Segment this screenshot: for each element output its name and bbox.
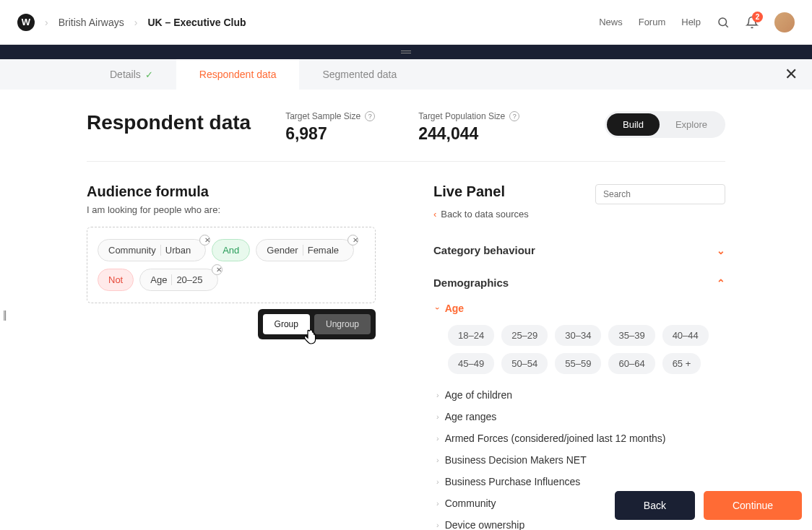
age-chip-60-64[interactable]: 60–64 — [608, 353, 655, 374]
formula-pill-age-range[interactable]: Age 20–25 ✕ — [139, 269, 217, 291]
breadcrumb-current[interactable]: UK – Executive Club — [147, 17, 246, 28]
divider — [87, 161, 725, 162]
category-behaviour[interactable]: Category behaviour ⌄ — [433, 234, 725, 266]
pill-value: Urban — [161, 245, 195, 256]
tab-label: Details — [110, 69, 141, 80]
notification-badge: 2 — [752, 12, 763, 22]
search-icon[interactable] — [717, 16, 730, 29]
view-toggle: Build Explore — [605, 111, 725, 138]
formula-box[interactable]: Community Urban ✕ And Gender Female ✕ No… — [87, 227, 376, 303]
remove-icon[interactable]: ✕ — [212, 264, 223, 275]
back-link-label: Back to data sources — [441, 209, 528, 220]
live-panel-column: Live Panel ‹ Back to data sources Catego… — [433, 183, 725, 530]
header-left: W › British Airways › UK – Executive Clu… — [17, 14, 246, 31]
sub-business-purchase-influences[interactable]: ›Business Purchase Influences — [433, 471, 725, 492]
back-to-data-sources[interactable]: ‹ Back to data sources — [433, 209, 725, 220]
stat-label-text: Target Sample Size — [285, 111, 360, 121]
columns: Audience formula I am looking for people… — [87, 183, 725, 530]
stat-population-size: Target Population Size ? 244,044 — [418, 111, 519, 144]
nav-news[interactable]: News — [599, 17, 623, 27]
sub-armed-forces[interactable]: ›Armed Forces (considered/joined last 12… — [433, 427, 725, 449]
tab-respondent-data[interactable]: Respondent data — [176, 59, 300, 90]
sub-item-label: Business Decision Makers NET — [445, 454, 587, 466]
stat-label: Target Population Size ? — [418, 111, 519, 121]
category-demographics[interactable]: Demographics ⌃ — [433, 266, 725, 299]
continue-button[interactable]: Continue — [704, 491, 802, 520]
sub-item-label: Business Purchase Influences — [445, 476, 581, 487]
toggle-build[interactable]: Build — [607, 113, 660, 136]
stat-value: 244,044 — [418, 124, 519, 144]
remove-icon[interactable]: ✕ — [347, 235, 358, 246]
svg-point-0 — [719, 18, 727, 26]
sub-age-of-children[interactable]: ›Age of children — [433, 384, 725, 406]
page-title: Respondent data — [87, 111, 251, 134]
live-panel-title: Live Panel — [433, 183, 505, 200]
nav-forum[interactable]: Forum — [639, 17, 666, 27]
help-icon[interactable]: ? — [509, 111, 519, 121]
app-logo-icon[interactable]: W — [17, 14, 35, 31]
side-drawer-handle[interactable]: || — [3, 309, 5, 321]
tab-label: Respondent data — [199, 69, 277, 80]
chevron-right-icon: › — [45, 17, 48, 28]
bell-icon[interactable]: 2 — [746, 16, 759, 29]
formula-pill-community-urban[interactable]: Community Urban ✕ — [98, 239, 206, 261]
avatar[interactable] — [774, 12, 795, 32]
sub-business-decision-makers[interactable]: ›Business Decision Makers NET — [433, 449, 725, 471]
pill-key: Gender — [267, 245, 303, 256]
chevron-right-icon: › — [436, 434, 439, 443]
formula-operator-and[interactable]: And — [212, 239, 250, 261]
footer-actions: Back Continue — [615, 491, 802, 520]
tab-label: Segmented data — [322, 69, 397, 80]
pill-key: Age — [150, 274, 172, 285]
category-label: Category behaviour — [433, 244, 535, 256]
sub-item-label: Community — [445, 498, 496, 509]
age-chip-65plus[interactable]: 65 + — [662, 353, 701, 374]
breadcrumb-item[interactable]: British Airways — [59, 17, 124, 28]
tab-details[interactable]: Details ✓ — [87, 59, 176, 90]
formula-operator-not[interactable]: Not — [98, 269, 134, 291]
age-chip-40-44[interactable]: 40–44 — [662, 325, 709, 346]
tab-segmented-data[interactable]: Segmented data — [299, 59, 420, 90]
remove-icon[interactable]: ✕ — [199, 235, 210, 246]
chevron-right-icon: › — [436, 521, 439, 529]
search-input[interactable] — [595, 184, 725, 204]
chevron-right-icon: › — [436, 391, 439, 399]
top-header: W › British Airways › UK – Executive Clu… — [0, 0, 812, 45]
chevron-up-icon: ⌃ — [717, 277, 725, 289]
chevron-right-icon: › — [436, 499, 439, 508]
cursor-icon — [303, 329, 316, 348]
age-chip-45-49[interactable]: 45–49 — [448, 353, 494, 374]
audience-formula-subtitle: I am looking for people who are: — [87, 204, 376, 215]
ungroup-button[interactable]: Ungroup — [314, 314, 371, 334]
pill-value: Female — [303, 245, 343, 256]
formula-pill-gender-female[interactable]: Gender Female ✕ — [256, 239, 354, 261]
chevron-down-icon: › — [433, 307, 442, 310]
sub-item-label: Age ranges — [445, 411, 497, 422]
demographics-age[interactable]: › Age — [433, 299, 725, 318]
main-content: Respondent data Target Sample Size ? 6,9… — [0, 90, 812, 530]
age-chip-50-54[interactable]: 50–54 — [501, 353, 548, 374]
pill-value: 20–25 — [172, 274, 207, 285]
chevron-down-icon: ⌄ — [717, 245, 725, 256]
chevron-right-icon: › — [436, 456, 439, 464]
toggle-explore[interactable]: Explore — [660, 113, 723, 136]
close-icon[interactable]: ✕ — [785, 65, 798, 84]
sub-age-ranges[interactable]: ›Age ranges — [433, 406, 725, 427]
age-chip-18-24[interactable]: 18–24 — [448, 325, 494, 346]
age-chip-35-39[interactable]: 35–39 — [608, 325, 655, 346]
stat-sample-size: Target Sample Size ? 6,987 — [285, 111, 375, 144]
age-chip-30-34[interactable]: 30–34 — [555, 325, 601, 346]
sub-item-label: Age of children — [445, 389, 512, 401]
age-chip-25-29[interactable]: 25–29 — [501, 325, 548, 346]
stat-label-text: Target Population Size — [418, 111, 505, 121]
chevron-right-icon: › — [134, 17, 138, 28]
collapse-handle[interactable] — [0, 45, 812, 59]
grip-icon — [401, 51, 411, 53]
age-chip-55-59[interactable]: 55–59 — [555, 353, 601, 374]
tabs-container: Details ✓ Respondent data Segmented data — [87, 59, 420, 90]
svg-line-1 — [725, 25, 727, 27]
audience-formula-column: Audience formula I am looking for people… — [87, 183, 376, 530]
nav-help[interactable]: Help — [681, 17, 701, 27]
help-icon[interactable]: ? — [365, 111, 375, 121]
back-button[interactable]: Back — [615, 491, 695, 520]
